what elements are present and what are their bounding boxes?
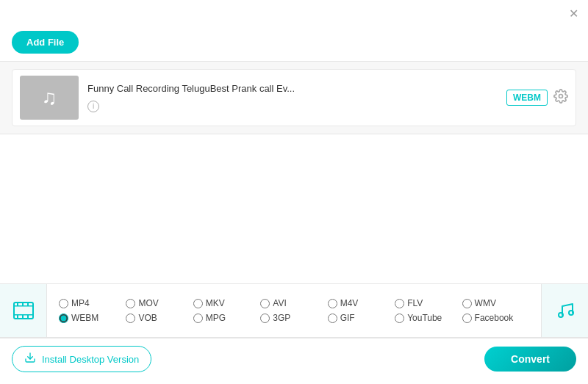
- format-options: MP4MOVMKVAVIM4VFLVWMVWEBMVOBMPG3GPGIFYou…: [47, 292, 541, 329]
- format-option-youtube[interactable]: YouTube: [395, 313, 462, 323]
- format-option-mp4[interactable]: MP4: [59, 298, 126, 308]
- file-list: ♫ Funny Call Recording TeluguBest Prank …: [0, 61, 588, 134]
- format-option-mpg[interactable]: MPG: [193, 313, 260, 323]
- format-option-gif[interactable]: GIF: [328, 313, 395, 323]
- format-option-mov[interactable]: MOV: [126, 298, 193, 308]
- bottom-bar: Install Desktop Version Convert: [0, 338, 588, 380]
- add-file-button[interactable]: Add File: [12, 31, 79, 54]
- format-option-m4v[interactable]: M4V: [328, 298, 395, 308]
- radio-3gp[interactable]: [260, 314, 270, 323]
- radio-avi[interactable]: [260, 299, 270, 308]
- svg-point-10: [559, 313, 563, 317]
- format-label-3gp: 3GP: [273, 313, 290, 323]
- radio-youtube[interactable]: [395, 314, 404, 323]
- toolbar: Add File: [0, 26, 588, 61]
- download-icon: [24, 352, 36, 366]
- svg-rect-5: [22, 303, 24, 305]
- radio-facebook[interactable]: [462, 314, 472, 323]
- format-label-mov: MOV: [138, 298, 158, 308]
- svg-rect-6: [27, 303, 29, 305]
- format-label-flv: FLV: [407, 298, 423, 308]
- format-label-vob: VOB: [138, 313, 157, 323]
- format-option-wmv[interactable]: WMV: [462, 298, 529, 308]
- radio-flv[interactable]: [395, 299, 404, 308]
- file-thumbnail: ♫: [20, 76, 79, 120]
- svg-rect-4: [17, 303, 18, 305]
- file-name: Funny Call Recording TeluguBest Prank ca…: [87, 83, 498, 94]
- format-option-mkv[interactable]: MKV: [193, 298, 260, 308]
- format-label-mp4: MP4: [71, 298, 90, 308]
- install-desktop-button[interactable]: Install Desktop Version: [12, 346, 151, 372]
- video-format-icon-box[interactable]: [0, 284, 47, 337]
- music-note-icon: ♫: [42, 86, 57, 109]
- format-badge[interactable]: WEBM: [506, 90, 548, 106]
- title-bar: ✕: [0, 0, 588, 26]
- format-option-facebook[interactable]: Facebook: [462, 313, 529, 323]
- audio-format-icon-box[interactable]: [541, 284, 588, 337]
- format-label-m4v: M4V: [340, 298, 359, 308]
- settings-button[interactable]: [553, 89, 568, 107]
- svg-rect-8: [22, 315, 24, 319]
- radio-gif[interactable]: [328, 314, 337, 323]
- format-option-webm[interactable]: WEBM: [59, 313, 126, 323]
- format-label-mpg: MPG: [206, 313, 226, 323]
- format-label-youtube: YouTube: [407, 313, 442, 323]
- svg-point-0: [559, 94, 563, 98]
- info-icon[interactable]: i: [87, 101, 99, 112]
- radio-mp4[interactable]: [59, 299, 68, 308]
- format-label-avi: AVI: [273, 298, 286, 308]
- close-button[interactable]: ✕: [566, 6, 581, 21]
- convert-button[interactable]: Convert: [484, 347, 576, 372]
- radio-vob[interactable]: [126, 314, 135, 323]
- radio-mkv[interactable]: [193, 299, 203, 308]
- format-label-webm: WEBM: [71, 313, 98, 323]
- format-label-mkv: MKV: [206, 298, 225, 308]
- format-option-vob[interactable]: VOB: [126, 313, 193, 323]
- svg-point-11: [569, 311, 573, 315]
- format-bar: MP4MOVMKVAVIM4VFLVWMVWEBMVOBMPG3GPGIFYou…: [0, 283, 588, 338]
- radio-wmv[interactable]: [462, 299, 472, 308]
- svg-rect-2: [14, 305, 33, 307]
- file-info: Funny Call Recording TeluguBest Prank ca…: [79, 83, 506, 112]
- content-area: [0, 134, 588, 283]
- radio-webm[interactable]: [59, 314, 68, 323]
- radio-mpg[interactable]: [193, 314, 203, 323]
- file-item: ♫ Funny Call Recording TeluguBest Prank …: [12, 69, 576, 126]
- format-label-wmv: WMV: [475, 298, 496, 308]
- file-actions: WEBM: [506, 89, 568, 107]
- svg-rect-7: [17, 315, 18, 319]
- format-label-gif: GIF: [340, 313, 355, 323]
- format-option-avi[interactable]: AVI: [260, 298, 327, 308]
- radio-mov[interactable]: [126, 299, 135, 308]
- format-option-flv[interactable]: FLV: [395, 298, 462, 308]
- radio-m4v[interactable]: [328, 299, 337, 308]
- format-option-3gp[interactable]: 3GP: [260, 313, 327, 323]
- format-label-facebook: Facebook: [475, 313, 514, 323]
- install-label: Install Desktop Version: [42, 354, 139, 365]
- svg-rect-9: [27, 315, 29, 319]
